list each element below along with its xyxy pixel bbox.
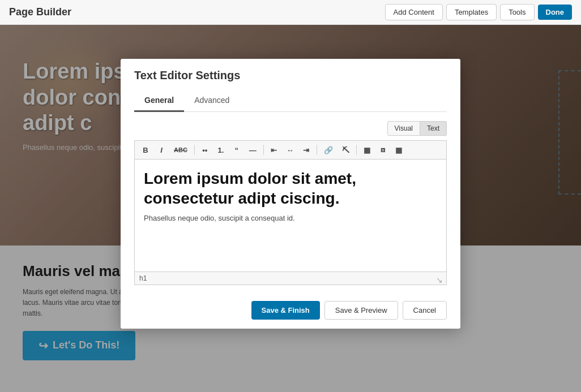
toolbar-blockquote[interactable]: “ xyxy=(229,144,244,157)
toolbar-align-left[interactable]: ⇤ xyxy=(267,144,281,157)
toolbar-more[interactable]: ▦ xyxy=(391,144,406,157)
modal-title: Text Editor Settings xyxy=(134,69,447,82)
resize-handle[interactable]: ↘ xyxy=(436,275,442,281)
toolbar-separator-3 xyxy=(317,145,317,155)
view-toggle: Visual Text xyxy=(134,121,447,136)
toolbar-italic[interactable]: I xyxy=(154,144,169,157)
modal-overlay: Text Editor Settings General Advanced Vi… xyxy=(0,25,581,392)
editor-heading: Lorem ipsum dolor sit amet, consectetur … xyxy=(144,169,437,208)
templates-button[interactable]: Templates xyxy=(446,4,497,20)
toolbar-separator-1 xyxy=(194,145,195,155)
toolbar-link[interactable]: 🔗 xyxy=(320,144,337,157)
toolbar-fullscreen[interactable]: ⧈ xyxy=(375,143,390,157)
view-visual-button[interactable]: Visual xyxy=(387,121,420,136)
toolbar-separator-2 xyxy=(263,145,264,155)
page-header: Page Builder Add Content Templates Tools… xyxy=(0,0,581,25)
toolbar-align-right[interactable]: ⇥ xyxy=(299,144,314,157)
toolbar-unlink[interactable]: ⛏ xyxy=(338,144,353,157)
editor-footer-bar: h1 ↘ xyxy=(134,272,447,285)
header-actions: Add Content Templates Tools Done xyxy=(385,4,572,20)
tab-advanced[interactable]: Advanced xyxy=(184,90,240,112)
toolbar-bold[interactable]: B xyxy=(138,144,153,157)
done-button[interactable]: Done xyxy=(538,5,573,20)
toolbar-align-center[interactable]: ↔ xyxy=(283,144,298,157)
modal-tabs: General Advanced xyxy=(134,90,447,112)
text-editor-modal: Text Editor Settings General Advanced Vi… xyxy=(121,59,460,329)
toolbar-strikethrough[interactable]: ABC xyxy=(170,144,191,156)
save-preview-button[interactable]: Save & Preview xyxy=(324,301,398,320)
modal-body: Visual Text B I ABC •• 1. “ — ⇤ ↔ ⇥ xyxy=(121,112,460,294)
toolbar-hr[interactable]: — xyxy=(245,144,260,157)
editor-toolbar: B I ABC •• 1. “ — ⇤ ↔ ⇥ 🔗 ⛏ ▦ xyxy=(134,140,447,159)
add-content-button[interactable]: Add Content xyxy=(385,4,443,20)
toolbar-ul[interactable]: •• xyxy=(198,144,212,157)
tools-button[interactable]: Tools xyxy=(500,4,534,20)
view-text-button[interactable]: Text xyxy=(420,121,447,136)
cancel-button[interactable]: Cancel xyxy=(403,301,447,320)
modal-header: Text Editor Settings General Advanced xyxy=(121,59,460,112)
modal-footer: Save & Finish Save & Preview Cancel xyxy=(121,294,460,329)
format-label: h1 xyxy=(139,274,147,282)
tab-general[interactable]: General xyxy=(134,90,184,112)
toolbar-table[interactable]: ▦ xyxy=(360,144,374,157)
editor-paragraph: Phasellus neque odio, suscipit a consequ… xyxy=(144,214,437,222)
toolbar-separator-4 xyxy=(356,145,357,155)
page-title: Page Builder xyxy=(9,6,71,18)
save-finish-button[interactable]: Save & Finish xyxy=(251,301,320,320)
editor-content-area[interactable]: Lorem ipsum dolor sit amet, consectetur … xyxy=(134,159,447,272)
page-content-area: Lorem ipsum dolor consectetur adipt c Ph… xyxy=(0,25,581,392)
toolbar-ol[interactable]: 1. xyxy=(213,144,228,157)
